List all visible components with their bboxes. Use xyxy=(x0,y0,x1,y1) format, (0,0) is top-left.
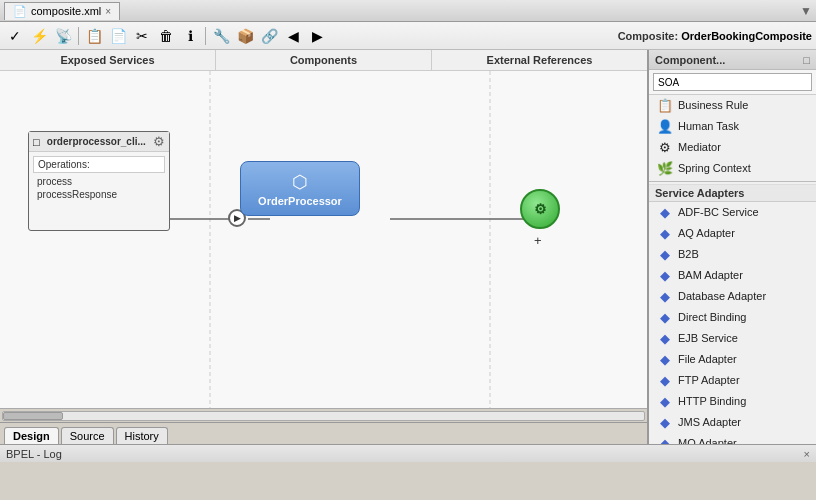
spring-context-icon: 🌿 xyxy=(657,160,673,176)
database-adapter-icon: ◆ xyxy=(657,288,673,304)
bottom-tabs: Design Source History xyxy=(0,422,647,444)
b2b-icon: ◆ xyxy=(657,246,673,262)
palette-separator xyxy=(649,181,816,182)
title-tabs: 📄 composite.xml × xyxy=(4,2,120,20)
mediator-icon: ⚙ xyxy=(657,139,673,155)
exposed-services-header: Exposed Services xyxy=(0,50,216,70)
minimize-icon[interactable]: ▼ xyxy=(800,4,812,18)
copy-button[interactable]: 📋 xyxy=(83,25,105,47)
business-rule-icon: 📋 xyxy=(657,97,673,113)
palette-item-spring-context[interactable]: 🌿 Spring Context xyxy=(649,158,816,179)
components-header: Components xyxy=(216,50,432,70)
log-title: BPEL - Log xyxy=(6,448,62,460)
direct-binding-icon: ◆ xyxy=(657,309,673,325)
run-button[interactable]: ⚡ xyxy=(28,25,50,47)
deploy-button[interactable]: 📡 xyxy=(52,25,74,47)
order-processor-label: OrderProcessor xyxy=(258,195,342,207)
aq-adapter-label: AQ Adapter xyxy=(678,227,735,239)
log-close-btn[interactable]: × xyxy=(804,448,810,460)
canvas-area[interactable]: □ orderprocessor_cli... ⚙ Operations: pr… xyxy=(0,71,647,408)
palette-item-ftp-adapter[interactable]: ◆ FTP Adapter xyxy=(649,370,816,391)
palette-item-adf-bc[interactable]: ◆ ADF-BC Service xyxy=(649,202,816,223)
package-button[interactable]: 📦 xyxy=(234,25,256,47)
tab-design[interactable]: Design xyxy=(4,427,59,444)
search-input[interactable] xyxy=(653,73,812,91)
ftp-adapter-icon: ◆ xyxy=(657,372,673,388)
ops-label: Operations: xyxy=(33,156,165,173)
business-rule-label: Business Rule xyxy=(678,99,748,111)
palette-item-jms-adapter[interactable]: ◆ JMS Adapter xyxy=(649,412,816,433)
paste-button[interactable]: 📄 xyxy=(107,25,129,47)
file-tab[interactable]: 📄 composite.xml × xyxy=(4,2,120,20)
palette-item-human-task[interactable]: 👤 Human Task xyxy=(649,116,816,137)
horizontal-scrollbar[interactable] xyxy=(0,408,647,422)
palette-item-bam-adapter[interactable]: ◆ BAM Adapter xyxy=(649,265,816,286)
filename: composite.xml xyxy=(31,5,101,17)
back-button[interactable]: ◀ xyxy=(282,25,304,47)
link-button[interactable]: 🔗 xyxy=(258,25,280,47)
ejb-service-icon: ◆ xyxy=(657,330,673,346)
bam-adapter-label: BAM Adapter xyxy=(678,269,743,281)
info-button[interactable]: ℹ xyxy=(179,25,201,47)
panel-title: Component... xyxy=(655,54,725,66)
palette-item-direct-binding[interactable]: ◆ Direct Binding xyxy=(649,307,816,328)
aq-adapter-icon: ◆ xyxy=(657,225,673,241)
ext-ref-icon[interactable]: ⚙ xyxy=(520,189,560,229)
mq-adapter-icon: ◆ xyxy=(657,435,673,444)
hscroll-track[interactable] xyxy=(2,411,645,421)
gear-icon[interactable]: ⚙ xyxy=(153,134,165,149)
tab-source[interactable]: Source xyxy=(61,427,114,444)
palette-item-file-adapter[interactable]: ◆ File Adapter xyxy=(649,349,816,370)
palette-list: 📋 Business Rule 👤 Human Task ⚙ Mediator … xyxy=(649,95,816,444)
config-button[interactable]: 🔧 xyxy=(210,25,232,47)
jms-adapter-label: JMS Adapter xyxy=(678,416,741,428)
spring-context-label: Spring Context xyxy=(678,162,751,174)
palette-item-b2b[interactable]: ◆ B2B xyxy=(649,244,816,265)
bpel-component[interactable]: □ orderprocessor_cli... ⚙ Operations: pr… xyxy=(28,131,170,231)
service-adapters-header: Service Adapters xyxy=(649,184,816,202)
composite-name: OrderBookingComposite xyxy=(681,30,812,42)
component-panel: Component... □ 📋 Business Rule 👤 Human T… xyxy=(648,50,816,444)
file-adapter-icon: ◆ xyxy=(657,351,673,367)
main-area: Exposed Services Components External Ref… xyxy=(0,50,816,444)
file-adapter-label: File Adapter xyxy=(678,353,737,365)
human-task-icon: 👤 xyxy=(657,118,673,134)
palette-item-business-rule[interactable]: 📋 Business Rule xyxy=(649,95,816,116)
file-icon: 📄 xyxy=(13,5,27,18)
canvas-svg xyxy=(0,71,647,408)
direct-binding-label: Direct Binding xyxy=(678,311,746,323)
forward-button[interactable]: ▶ xyxy=(306,25,328,47)
b2b-label: B2B xyxy=(678,248,699,260)
bam-adapter-icon: ◆ xyxy=(657,267,673,283)
hscroll-thumb[interactable] xyxy=(3,412,63,420)
bpel-title: orderprocessor_cli... xyxy=(47,136,146,147)
palette-item-mediator[interactable]: ⚙ Mediator xyxy=(649,137,816,158)
composite-header: Exposed Services Components External Ref… xyxy=(0,50,647,71)
palette-item-database-adapter[interactable]: ◆ Database Adapter xyxy=(649,286,816,307)
http-binding-icon: ◆ xyxy=(657,393,673,409)
palette-item-http-binding[interactable]: ◆ HTTP Binding xyxy=(649,391,816,412)
ejb-service-label: EJB Service xyxy=(678,332,738,344)
palette-item-ejb-service[interactable]: ◆ EJB Service xyxy=(649,328,816,349)
toolbar: ✓ ⚡ 📡 📋 📄 ✂ 🗑 ℹ 🔧 📦 🔗 ◀ ▶ Composite: Ord… xyxy=(0,22,816,50)
ext-ref-plus-icon[interactable]: + xyxy=(534,233,542,248)
panel-minimize-btn[interactable]: □ xyxy=(803,54,810,66)
composite-label: Composite: OrderBookingComposite xyxy=(618,30,812,42)
order-processor-component[interactable]: ⬡ OrderProcessor xyxy=(240,161,360,216)
log-bar: BPEL - Log × xyxy=(0,444,816,462)
save-button[interactable]: ✓ xyxy=(4,25,26,47)
adf-bc-icon: ◆ xyxy=(657,204,673,220)
http-binding-label: HTTP Binding xyxy=(678,395,746,407)
separator-1 xyxy=(78,27,79,45)
tab-history[interactable]: History xyxy=(116,427,168,444)
delete-button[interactable]: 🗑 xyxy=(155,25,177,47)
palette-item-aq-adapter[interactable]: ◆ AQ Adapter xyxy=(649,223,816,244)
bpel-operations: Operations: process processResponse xyxy=(29,152,169,205)
tab-close-icon[interactable]: × xyxy=(105,6,111,17)
bpel-header: □ orderprocessor_cli... ⚙ xyxy=(29,132,169,152)
palette-item-mq-adapter[interactable]: ◆ MQ Adapter xyxy=(649,433,816,444)
jms-adapter-icon: ◆ xyxy=(657,414,673,430)
cut-button[interactable]: ✂ xyxy=(131,25,153,47)
separator-2 xyxy=(205,27,206,45)
mq-adapter-label: MQ Adapter xyxy=(678,437,737,444)
